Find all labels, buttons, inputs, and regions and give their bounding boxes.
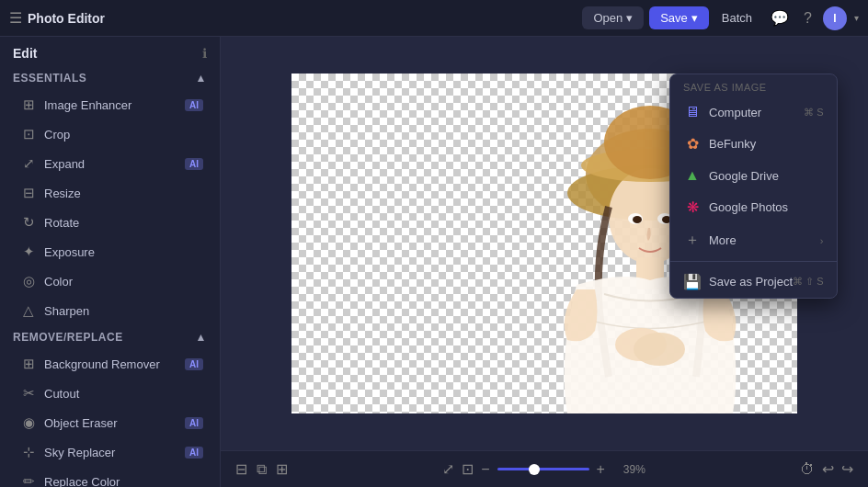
cutout-label: Cutout bbox=[44, 387, 79, 401]
batch-button[interactable]: Batch bbox=[714, 6, 760, 29]
sidebar-item-sky-replacer[interactable]: ⊹ Sky Replacer AI bbox=[4, 437, 216, 467]
expand-icon: ⤢ bbox=[20, 155, 37, 172]
cutout-icon: ✂ bbox=[20, 385, 37, 402]
sidebar-item-bg-remover[interactable]: ⊞ Background Remover AI bbox=[4, 349, 216, 379]
ai-badge-bg: AI bbox=[185, 358, 203, 370]
remove-replace-chevron: ▲ bbox=[196, 331, 207, 344]
essentials-label: Essentials bbox=[13, 72, 86, 85]
save-chevron: ▾ bbox=[691, 11, 698, 25]
resize-icon: ⊟ bbox=[20, 185, 37, 201]
color-label: Color bbox=[44, 275, 73, 289]
sidebar-item-cutout[interactable]: ✂ Cutout bbox=[4, 379, 216, 408]
ai-badge-eraser: AI bbox=[185, 417, 203, 429]
layers-icon[interactable]: ⊟ bbox=[235, 460, 247, 478]
rotate-label: Rotate bbox=[44, 216, 79, 230]
main-canvas-area: Save as Image 🖥 Computer ⌘ S ✿ BeFunky bbox=[221, 37, 868, 487]
top-bar-left: ☰ Photo Editor bbox=[9, 9, 575, 27]
avatar-chevron[interactable]: ▾ bbox=[854, 13, 859, 23]
edit-title: Edit bbox=[13, 46, 37, 61]
comment-button[interactable]: 💬 bbox=[767, 6, 793, 30]
sky-replacer-icon: ⊹ bbox=[20, 444, 37, 460]
history-icon[interactable]: ⏱ bbox=[800, 461, 815, 478]
section-essentials[interactable]: Essentials ▲ bbox=[0, 66, 220, 90]
sidebar-item-resize[interactable]: ⊟ Resize bbox=[4, 178, 216, 208]
dropdown-item-google-photos[interactable]: ❋ Google Photos bbox=[670, 191, 837, 223]
bottom-bar: ⊟ ⧉ ⊞ ⤢ ⊡ − + 39% ⏱ ↩ ↪ bbox=[221, 450, 868, 487]
save-dropdown-menu: Save as Image 🖥 Computer ⌘ S ✿ BeFunky bbox=[669, 74, 838, 299]
dropdown-item-more[interactable]: ＋ More › bbox=[670, 223, 837, 257]
remove-replace-label: Remove/Replace bbox=[13, 331, 123, 344]
more-arrow: › bbox=[820, 235, 824, 246]
section-remove-replace[interactable]: Remove/Replace ▲ bbox=[0, 325, 220, 349]
zoom-in-button[interactable]: + bbox=[597, 461, 605, 478]
svg-point-5 bbox=[634, 333, 685, 366]
sidebar-item-color[interactable]: ◎ Color bbox=[4, 266, 216, 296]
google-photos-label: Google Photos bbox=[709, 200, 788, 214]
open-label: Open bbox=[593, 11, 622, 25]
sidebar-item-image-enhancer[interactable]: ⊞ Image Enhancer AI bbox=[4, 90, 216, 119]
dropdown-item-befunky[interactable]: ✿ BeFunky bbox=[670, 128, 837, 160]
object-eraser-icon: ◉ bbox=[20, 414, 37, 431]
google-drive-label: Google Drive bbox=[709, 169, 779, 183]
replace-color-label: Replace Color bbox=[44, 475, 120, 488]
info-icon[interactable]: ℹ bbox=[202, 46, 207, 61]
open-chevron: ▾ bbox=[626, 11, 633, 25]
undo-button[interactable]: ↩ bbox=[822, 460, 834, 478]
bottom-left-tools: ⊟ ⧉ ⊞ bbox=[235, 460, 288, 478]
expand-label: Expand bbox=[44, 157, 85, 171]
google-drive-icon: ▲ bbox=[683, 167, 702, 184]
duplicate-icon[interactable]: ⧉ bbox=[257, 461, 267, 478]
svg-point-10 bbox=[633, 216, 642, 223]
save-project-shortcut: ⌘ ⇧ S bbox=[793, 276, 823, 288]
app-title: Photo Editor bbox=[28, 11, 105, 26]
top-bar-right: 💬 ? I ▾ bbox=[767, 6, 859, 30]
google-photos-icon: ❋ bbox=[683, 198, 702, 216]
open-button[interactable]: Open ▾ bbox=[582, 6, 644, 29]
ai-badge-expand: AI bbox=[185, 158, 203, 170]
redo-button[interactable]: ↪ bbox=[841, 460, 853, 478]
sidebar-item-object-eraser[interactable]: ◉ Object Eraser AI bbox=[4, 408, 216, 437]
help-button[interactable]: ? bbox=[800, 6, 816, 30]
zoom-out-button[interactable]: − bbox=[481, 461, 489, 478]
sky-replacer-label: Sky Replacer bbox=[44, 446, 115, 459]
computer-icon: 🖥 bbox=[683, 104, 702, 120]
sharpen-icon: △ bbox=[20, 302, 37, 319]
save-button[interactable]: Save ▾ bbox=[649, 6, 709, 29]
dropdown-divider bbox=[670, 261, 837, 262]
color-icon: ◎ bbox=[20, 273, 37, 289]
save-project-label: Save as Project bbox=[709, 275, 793, 289]
top-bar-center: Open ▾ Save ▾ Batch bbox=[582, 6, 760, 29]
sidebar-item-exposure[interactable]: ✦ Exposure bbox=[4, 237, 216, 266]
crop-icon: ⊡ bbox=[20, 126, 37, 142]
computer-label: Computer bbox=[709, 106, 761, 119]
zoom-percent: 39% bbox=[612, 463, 645, 476]
crop-canvas-icon[interactable]: ⊡ bbox=[462, 460, 474, 478]
befunky-label: BeFunky bbox=[709, 137, 756, 151]
sidebar-item-sharpen[interactable]: △ Sharpen bbox=[4, 296, 216, 325]
dropdown-item-save-project[interactable]: 💾 Save as Project ⌘ ⇧ S bbox=[670, 266, 837, 298]
ai-badge: AI bbox=[185, 99, 203, 111]
zoom-slider[interactable] bbox=[497, 468, 589, 470]
dropdown-item-google-drive[interactable]: ▲ Google Drive bbox=[670, 160, 837, 191]
menu-icon[interactable]: ☰ bbox=[9, 9, 22, 27]
grid-icon[interactable]: ⊞ bbox=[276, 460, 288, 478]
canvas-area: Save as Image 🖥 Computer ⌘ S ✿ BeFunky bbox=[221, 37, 868, 450]
top-bar: ☰ Photo Editor Open ▾ Save ▾ Batch 💬 ? I… bbox=[0, 0, 868, 37]
sharpen-label: Sharpen bbox=[44, 304, 89, 318]
avatar[interactable]: I bbox=[823, 6, 847, 30]
sidebar-item-replace-color[interactable]: ✏ Replace Color bbox=[4, 467, 216, 487]
sidebar-item-expand[interactable]: ⤢ Expand AI bbox=[4, 149, 216, 178]
fit-icon[interactable]: ⤢ bbox=[442, 460, 454, 478]
exposure-icon: ✦ bbox=[20, 244, 37, 260]
bg-remover-label: Background Remover bbox=[44, 357, 160, 371]
bg-remover-icon: ⊞ bbox=[20, 356, 37, 372]
object-eraser-label: Object Eraser bbox=[44, 416, 117, 430]
save-label: Save bbox=[660, 11, 688, 25]
rotate-icon: ↻ bbox=[20, 214, 37, 231]
dropdown-item-computer[interactable]: 🖥 Computer ⌘ S bbox=[670, 96, 837, 128]
more-label: More bbox=[709, 233, 737, 247]
essentials-chevron: ▲ bbox=[196, 72, 207, 85]
sidebar-item-rotate[interactable]: ↻ Rotate bbox=[4, 208, 216, 237]
sidebar-item-crop[interactable]: ⊡ Crop bbox=[4, 119, 216, 149]
exposure-label: Exposure bbox=[44, 245, 95, 259]
